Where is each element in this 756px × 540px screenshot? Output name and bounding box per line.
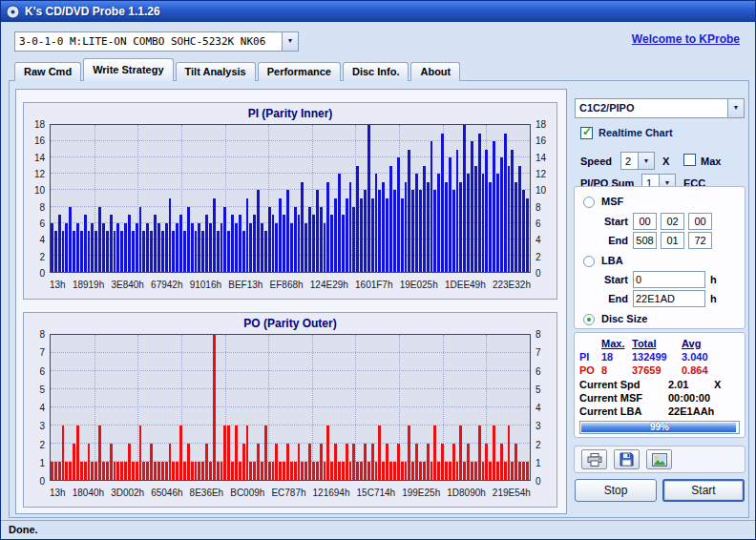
pi-max-value: 18 — [601, 351, 613, 363]
range-group: MSF Start End LBA Start h End h Disc Siz… — [574, 186, 746, 329]
control-panel: C1C2/PIPO ▼ ✓ Realtime Chart Speed 2 ▼ X… — [573, 89, 746, 514]
lba-start-label: Start — [594, 274, 628, 285]
pi-chart: PI (Parity Inner) 024681012141618 024681… — [23, 102, 557, 300]
save-button[interactable] — [614, 449, 640, 469]
lba-end-label: End — [594, 293, 628, 304]
speed-unit-label: X — [662, 156, 669, 167]
window-title: K's CD/DVD Probe 1.1.26 — [25, 5, 160, 18]
action-button-box — [574, 446, 746, 473]
current-spd-unit: X — [714, 379, 721, 390]
pi-bars — [51, 125, 530, 272]
current-lba-value: 22E1AAh — [668, 405, 714, 417]
current-msf-label: Current MSF — [579, 392, 642, 404]
disc-size-radio[interactable] — [583, 314, 595, 325]
current-msf-value: 00:00:00 — [668, 392, 710, 404]
po-plot — [50, 334, 531, 481]
tab-tilt-analysis[interactable]: Tilt Analysis — [176, 62, 256, 81]
msf-start-sec-field[interactable] — [661, 213, 684, 230]
status-text: Done. — [9, 524, 38, 535]
chevron-down-icon[interactable]: ▼ — [638, 153, 654, 169]
start-button[interactable]: Start — [662, 479, 745, 502]
welcome-link[interactable]: Welcome to KProbe — [632, 32, 740, 46]
image-export-icon — [652, 453, 667, 467]
lba-start-field[interactable] — [633, 271, 705, 288]
tab-raw-cmd[interactable]: Raw Cmd — [14, 62, 81, 81]
msf-radio[interactable] — [583, 197, 595, 208]
po-avg-value: 0.864 — [682, 364, 708, 376]
mode-selector[interactable]: C1C2/PIPO ▼ — [575, 98, 745, 118]
pi-row-label: PI — [579, 351, 589, 363]
tab-performance[interactable]: Performance — [258, 62, 341, 81]
msf-end-label: End — [594, 235, 628, 246]
speed-label: Speed — [580, 156, 612, 167]
progress-percent: 99% — [580, 422, 739, 433]
printer-icon — [587, 453, 602, 467]
pi-avg-value: 3.040 — [682, 351, 708, 363]
msf-start-label: Start — [594, 216, 628, 227]
chevron-down-icon[interactable]: ▼ — [282, 32, 298, 51]
max-speed-checkbox[interactable] — [683, 154, 696, 166]
progress-bar: 99% — [579, 421, 740, 434]
po-bars — [51, 335, 530, 480]
msf-start-min-field[interactable] — [633, 213, 657, 230]
stats-header-avg: Avg — [682, 338, 701, 349]
msf-start-frame-field[interactable] — [688, 213, 712, 230]
tab-disc-info[interactable]: Disc Info. — [343, 62, 410, 81]
speed-value: 2 — [625, 156, 637, 167]
pi-chart-title: PI (Parity Inner) — [24, 107, 556, 120]
app-window: K's CD/DVD Probe 1.1.26 3-0-1-0 M:LITE-O… — [0, 0, 756, 540]
tab-about[interactable]: About — [410, 62, 460, 81]
check-icon: ✓ — [582, 125, 592, 138]
current-spd-value: 2.01 — [668, 379, 688, 390]
po-chart-title: PO (Parity Outer) — [24, 317, 556, 330]
disc-size-label: Disc Size — [601, 313, 647, 324]
po-x-axis: 13h18040h3D002h65046h8E36EhBC009hEC787h1… — [50, 488, 531, 500]
stats-header-max: Max. — [601, 338, 624, 349]
status-bar: Done. — [1, 520, 755, 539]
pi-x-axis: 13h18919h3E840h67942h91016hBEF13hEF868h1… — [50, 280, 531, 292]
pi-plot — [50, 124, 531, 273]
lba-end-field[interactable] — [633, 290, 705, 307]
po-max-value: 8 — [601, 364, 607, 376]
speed-selector[interactable]: 2 ▼ — [620, 152, 655, 170]
current-spd-label: Current Spd — [579, 379, 640, 390]
pi-y-axis-left: 024681012141618 — [25, 124, 48, 273]
chevron-down-icon[interactable]: ▼ — [727, 99, 744, 117]
po-y-axis-right: 012345678 — [533, 334, 556, 481]
stats-group: Max. Total Avg PI 18 132499 3.040 PO 8 3… — [574, 332, 746, 438]
pi-y-axis-right: 024681012141618 — [533, 124, 556, 273]
app-icon — [6, 5, 20, 19]
stop-button[interactable]: Stop — [575, 479, 657, 502]
po-total-value: 37659 — [632, 364, 662, 376]
lba-label: LBA — [601, 255, 623, 266]
export-image-button[interactable] — [646, 449, 672, 469]
print-button[interactable] — [581, 449, 607, 469]
lba-end-hex-label: h — [710, 293, 717, 304]
realtime-chart-checkbox[interactable]: ✓ — [580, 127, 593, 139]
charts-area: PI (Parity Inner) 024681012141618 024681… — [15, 89, 567, 514]
po-y-axis-left: 012345678 — [25, 334, 48, 481]
tab-write-strategy[interactable]: Write Strategy — [83, 58, 173, 81]
lba-start-hex-label: h — [710, 274, 717, 285]
msf-label: MSF — [601, 196, 623, 207]
msf-end-frame-field[interactable] — [688, 232, 712, 249]
msf-end-sec-field[interactable] — [661, 232, 684, 249]
drive-selector[interactable]: 3-0-1-0 M:LITE-ON COMBO SOHC-5232K NK06 … — [14, 31, 299, 52]
stats-header-total: Total — [632, 338, 656, 349]
mode-selector-value: C1C2/PIPO — [579, 102, 726, 114]
current-lba-label: Current LBA — [579, 405, 641, 417]
msf-end-min-field[interactable] — [633, 232, 657, 249]
realtime-chart-label: Realtime Chart — [598, 127, 673, 138]
pi-total-value: 132499 — [632, 351, 667, 363]
tab-strip: Raw Cmd Write Strategy Tilt Analysis Per… — [14, 58, 462, 81]
po-row-label: PO — [579, 364, 595, 376]
write-strategy-panel: PI (Parity Inner) 024681012141618 024681… — [9, 80, 749, 518]
max-speed-label: Max — [701, 156, 721, 167]
titlebar: K's CD/DVD Probe 1.1.26 — [1, 1, 755, 22]
drive-selector-value: 3-0-1-0 M:LITE-ON COMBO SOHC-5232K NK06 — [19, 35, 281, 48]
floppy-save-icon — [620, 452, 634, 467]
po-chart: PO (Parity Outer) 012345678 012345678 13… — [23, 312, 557, 508]
lba-radio[interactable] — [583, 256, 595, 267]
